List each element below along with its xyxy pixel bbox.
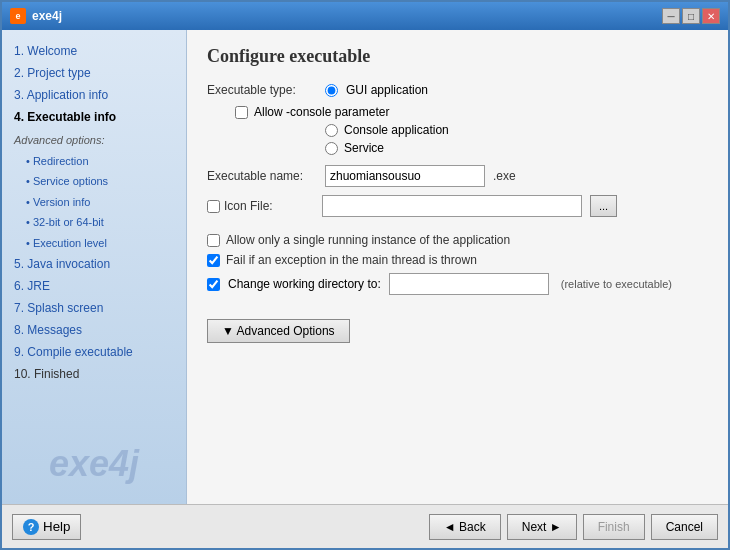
finish-button[interactable]: Finish <box>583 514 645 540</box>
allow-console-row: Allow -console parameter <box>235 105 708 119</box>
executable-type-row: Executable type: GUI application <box>207 83 708 97</box>
allow-console-checkbox[interactable] <box>235 106 248 119</box>
cancel-label: Cancel <box>666 520 703 534</box>
fail-exception-checkbox[interactable] <box>207 254 220 267</box>
titlebar-controls: ─ □ ✕ <box>662 8 720 24</box>
sidebar: 1. Welcome 2. Project type 3. Applicatio… <box>2 30 187 504</box>
sidebar-item-compile-executable[interactable]: 9. Compile executable <box>10 341 178 363</box>
next-label: Next ► <box>522 520 562 534</box>
content-area: 1. Welcome 2. Project type 3. Applicatio… <box>2 30 728 504</box>
titlebar-title: e exe4j <box>10 8 62 24</box>
page-title: Configure executable <box>207 46 708 67</box>
back-label: ◄ Back <box>444 520 486 534</box>
exe-name-label: Executable name: <box>207 169 317 183</box>
minimize-button[interactable]: ─ <box>662 8 680 24</box>
advanced-options-button[interactable]: ▼ Advanced Options <box>207 319 350 343</box>
exe-name-input[interactable] <box>325 165 485 187</box>
executable-name-row: Executable name: .exe <box>207 165 708 187</box>
finish-label: Finish <box>598 520 630 534</box>
sidebar-item-messages[interactable]: 8. Messages <box>10 319 178 341</box>
working-dir-input[interactable] <box>389 273 549 295</box>
sidebar-item-32-64-bit[interactable]: • 32-bit or 64-bit <box>10 212 178 233</box>
working-dir-row: Change working directory to: (relative t… <box>207 273 708 295</box>
sidebar-item-java-invocation[interactable]: 5. Java invocation <box>10 253 178 275</box>
sidebar-item-welcome[interactable]: 1. Welcome <box>10 40 178 62</box>
browse-button[interactable]: ... <box>590 195 617 217</box>
exe-ext: .exe <box>493 169 516 183</box>
close-button[interactable]: ✕ <box>702 8 720 24</box>
sidebar-item-redirection[interactable]: • Redirection <box>10 151 178 172</box>
main-window: e exe4j ─ □ ✕ 1. Welcome 2. Project type… <box>0 0 730 550</box>
sidebar-watermark: exe4j <box>10 444 178 494</box>
console-app-row: Console application <box>325 123 708 137</box>
sidebar-item-app-info[interactable]: 3. Application info <box>10 84 178 106</box>
back-button[interactable]: ◄ Back <box>429 514 501 540</box>
help-button[interactable]: ? Help <box>12 514 81 540</box>
sidebar-item-version-info[interactable]: • Version info <box>10 192 178 213</box>
sidebar-item-executable-info[interactable]: 4. Executable info <box>10 106 178 128</box>
single-instance-row: Allow only a single running instance of … <box>207 233 708 247</box>
fail-exception-row: Fail if an exception in the main thread … <box>207 253 708 267</box>
help-icon: ? <box>23 519 39 535</box>
icon-file-label: Icon File: <box>224 199 314 213</box>
console-app-label: Console application <box>344 123 449 137</box>
icon-file-row: Icon File: ... <box>207 195 708 217</box>
sidebar-item-execution-level[interactable]: • Execution level <box>10 233 178 254</box>
sidebar-item-service-options[interactable]: • Service options <box>10 171 178 192</box>
service-row: Service <box>325 141 708 155</box>
gui-app-radio[interactable] <box>325 84 338 97</box>
fail-exception-label: Fail if an exception in the main thread … <box>226 253 477 267</box>
restore-button[interactable]: □ <box>682 8 700 24</box>
sidebar-item-splash-screen[interactable]: 7. Splash screen <box>10 297 178 319</box>
single-instance-label: Allow only a single running instance of … <box>226 233 510 247</box>
gui-app-label: GUI application <box>346 83 428 97</box>
icon-file-checkbox-row: Icon File: <box>207 199 314 213</box>
sidebar-item-jre[interactable]: 6. JRE <box>10 275 178 297</box>
working-dir-note: (relative to executable) <box>561 278 672 290</box>
executable-type-label: Executable type: <box>207 83 317 97</box>
service-label: Service <box>344 141 384 155</box>
single-instance-checkbox[interactable] <box>207 234 220 247</box>
working-dir-checkbox[interactable] <box>207 278 220 291</box>
titlebar: e exe4j ─ □ ✕ <box>2 2 728 30</box>
window-title: exe4j <box>32 9 62 23</box>
help-label: Help <box>43 519 70 534</box>
sidebar-item-project-type[interactable]: 2. Project type <box>10 62 178 84</box>
sidebar-item-finished: 10. Finished <box>10 363 178 385</box>
cancel-button[interactable]: Cancel <box>651 514 718 540</box>
console-app-radio[interactable] <box>325 124 338 137</box>
allow-console-label: Allow -console parameter <box>254 105 389 119</box>
working-dir-label: Change working directory to: <box>228 277 381 291</box>
sidebar-advanced-options-header: Advanced options: <box>10 130 178 151</box>
sidebar-nav: 1. Welcome 2. Project type 3. Applicatio… <box>10 40 178 385</box>
service-radio[interactable] <box>325 142 338 155</box>
footer: ? Help ◄ Back Next ► Finish Cancel <box>2 504 728 548</box>
next-button[interactable]: Next ► <box>507 514 577 540</box>
icon-file-input[interactable] <box>322 195 582 217</box>
main-content: Configure executable Executable type: GU… <box>187 30 728 504</box>
app-icon: e <box>10 8 26 24</box>
icon-file-checkbox[interactable] <box>207 200 220 213</box>
